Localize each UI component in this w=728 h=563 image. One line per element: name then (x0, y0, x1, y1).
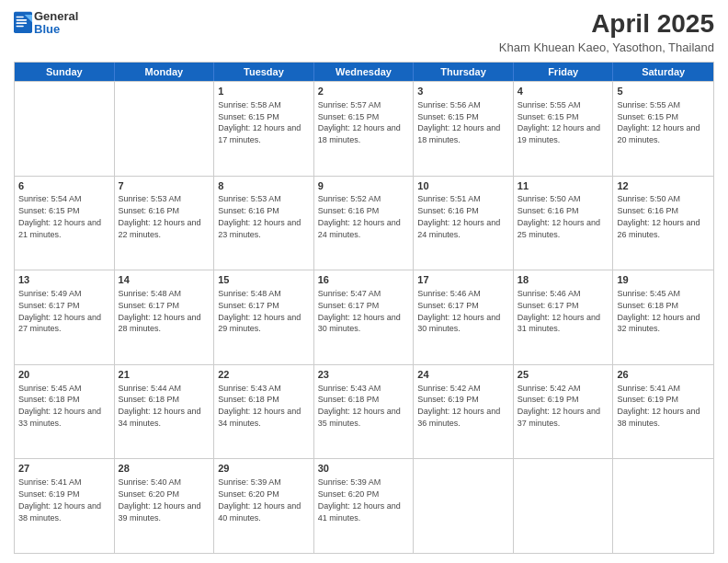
calendar-cell: 24Sunrise: 5:42 AM Sunset: 6:19 PM Dayli… (414, 365, 514, 459)
svg-rect-5 (17, 26, 24, 28)
cell-detail: Sunrise: 5:49 AM Sunset: 6:17 PM Dayligh… (18, 289, 101, 333)
cell-detail: Sunrise: 5:47 AM Sunset: 6:17 PM Dayligh… (318, 289, 401, 333)
day-number: 18 (518, 273, 609, 287)
day-number: 27 (18, 462, 110, 476)
cell-detail: Sunrise: 5:39 AM Sunset: 6:20 PM Dayligh… (218, 477, 301, 522)
calendar-cell: 11Sunrise: 5:50 AM Sunset: 6:16 PM Dayli… (514, 177, 614, 270)
weekday-header: Sunday (15, 63, 115, 81)
day-number: 24 (417, 368, 509, 382)
svg-rect-3 (17, 19, 28, 21)
calendar-cell: 29Sunrise: 5:39 AM Sunset: 6:20 PM Dayli… (214, 459, 314, 553)
cell-detail: Sunrise: 5:51 AM Sunset: 6:16 PM Dayligh… (417, 194, 500, 238)
day-number: 1 (218, 85, 310, 98)
day-number: 12 (617, 179, 710, 193)
cell-detail: Sunrise: 5:58 AM Sunset: 6:15 PM Dayligh… (218, 100, 301, 144)
cell-detail: Sunrise: 5:46 AM Sunset: 6:17 PM Dayligh… (518, 289, 600, 333)
weekday-header: Tuesday (214, 63, 314, 81)
calendar-cell: 15Sunrise: 5:48 AM Sunset: 6:17 PM Dayli… (214, 270, 314, 364)
calendar-cell: 8Sunrise: 5:53 AM Sunset: 6:16 PM Daylig… (214, 177, 314, 270)
calendar: SundayMondayTuesdayWednesdayThursdayFrid… (14, 62, 714, 554)
calendar-cell: 7Sunrise: 5:53 AM Sunset: 6:16 PM Daylig… (115, 177, 215, 270)
logo-icon (14, 11, 32, 37)
svg-rect-2 (17, 17, 24, 18)
day-number: 16 (318, 273, 410, 287)
weekday-header: Wednesday (314, 63, 415, 81)
cell-detail: Sunrise: 5:46 AM Sunset: 6:17 PM Dayligh… (417, 289, 500, 333)
cell-detail: Sunrise: 5:45 AM Sunset: 6:18 PM Dayligh… (617, 289, 700, 333)
day-number: 21 (119, 368, 210, 382)
day-number: 28 (119, 462, 210, 476)
cell-detail: Sunrise: 5:42 AM Sunset: 6:19 PM Dayligh… (417, 384, 500, 428)
calendar-cell (115, 82, 215, 176)
day-number: 11 (518, 179, 609, 193)
page-header: General Blue April 2025 Kham Khuean Kaeo… (14, 9, 714, 54)
day-number: 6 (18, 179, 110, 193)
calendar-cell: 17Sunrise: 5:46 AM Sunset: 6:17 PM Dayli… (414, 270, 514, 364)
day-number: 14 (119, 273, 210, 287)
day-number: 25 (518, 368, 609, 382)
cell-detail: Sunrise: 5:52 AM Sunset: 6:16 PM Dayligh… (318, 194, 401, 238)
cell-detail: Sunrise: 5:56 AM Sunset: 6:15 PM Dayligh… (417, 100, 500, 144)
calendar-cell: 26Sunrise: 5:41 AM Sunset: 6:19 PM Dayli… (613, 365, 713, 459)
calendar-body: 1Sunrise: 5:58 AM Sunset: 6:15 PM Daylig… (15, 81, 713, 553)
cell-detail: Sunrise: 5:44 AM Sunset: 6:18 PM Dayligh… (119, 384, 201, 428)
svg-rect-4 (17, 22, 28, 24)
day-number: 2 (318, 85, 410, 98)
calendar-cell: 9Sunrise: 5:52 AM Sunset: 6:16 PM Daylig… (314, 177, 415, 270)
cell-detail: Sunrise: 5:41 AM Sunset: 6:19 PM Dayligh… (617, 384, 700, 428)
day-number: 3 (417, 85, 509, 98)
calendar-row: 20Sunrise: 5:45 AM Sunset: 6:18 PM Dayli… (15, 364, 713, 459)
calendar-cell: 23Sunrise: 5:43 AM Sunset: 6:18 PM Dayli… (314, 365, 415, 459)
cell-detail: Sunrise: 5:45 AM Sunset: 6:18 PM Dayligh… (18, 384, 101, 428)
calendar-cell: 5Sunrise: 5:55 AM Sunset: 6:15 PM Daylig… (613, 82, 713, 176)
calendar-cell: 19Sunrise: 5:45 AM Sunset: 6:18 PM Dayli… (613, 270, 713, 364)
calendar-cell (414, 459, 514, 553)
calendar-cell: 30Sunrise: 5:39 AM Sunset: 6:20 PM Dayli… (314, 459, 415, 553)
calendar-cell (613, 459, 713, 553)
cell-detail: Sunrise: 5:40 AM Sunset: 6:20 PM Dayligh… (119, 477, 201, 522)
cell-detail: Sunrise: 5:53 AM Sunset: 6:16 PM Dayligh… (119, 194, 201, 238)
day-number: 30 (318, 462, 410, 476)
cell-detail: Sunrise: 5:55 AM Sunset: 6:15 PM Dayligh… (617, 100, 700, 144)
cell-detail: Sunrise: 5:41 AM Sunset: 6:19 PM Dayligh… (18, 477, 101, 522)
calendar-cell: 16Sunrise: 5:47 AM Sunset: 6:17 PM Dayli… (314, 270, 415, 364)
logo: General Blue (14, 9, 78, 37)
calendar-cell: 10Sunrise: 5:51 AM Sunset: 6:16 PM Dayli… (414, 177, 514, 270)
weekday-header: Monday (115, 63, 215, 81)
cell-detail: Sunrise: 5:48 AM Sunset: 6:17 PM Dayligh… (119, 289, 201, 333)
cell-detail: Sunrise: 5:53 AM Sunset: 6:16 PM Dayligh… (218, 194, 301, 238)
day-number: 5 (617, 85, 710, 98)
cell-detail: Sunrise: 5:42 AM Sunset: 6:19 PM Dayligh… (518, 384, 600, 428)
calendar-row: 6Sunrise: 5:54 AM Sunset: 6:15 PM Daylig… (15, 176, 713, 270)
calendar-header: SundayMondayTuesdayWednesdayThursdayFrid… (15, 63, 713, 81)
calendar-cell: 6Sunrise: 5:54 AM Sunset: 6:15 PM Daylig… (15, 177, 115, 270)
calendar-row: 13Sunrise: 5:49 AM Sunset: 6:17 PM Dayli… (15, 270, 713, 364)
cell-detail: Sunrise: 5:50 AM Sunset: 6:16 PM Dayligh… (518, 194, 600, 238)
main-title: April 2025 (499, 9, 714, 39)
calendar-cell: 25Sunrise: 5:42 AM Sunset: 6:19 PM Dayli… (514, 365, 614, 459)
weekday-header: Friday (514, 63, 614, 81)
day-number: 13 (18, 273, 110, 287)
calendar-row: 1Sunrise: 5:58 AM Sunset: 6:15 PM Daylig… (15, 81, 713, 176)
calendar-cell: 4Sunrise: 5:55 AM Sunset: 6:15 PM Daylig… (514, 82, 614, 176)
day-number: 26 (617, 368, 710, 382)
calendar-cell: 2Sunrise: 5:57 AM Sunset: 6:15 PM Daylig… (314, 82, 415, 176)
day-number: 17 (417, 273, 509, 287)
cell-detail: Sunrise: 5:39 AM Sunset: 6:20 PM Dayligh… (318, 477, 401, 522)
calendar-row: 27Sunrise: 5:41 AM Sunset: 6:19 PM Dayli… (15, 458, 713, 553)
cell-detail: Sunrise: 5:43 AM Sunset: 6:18 PM Dayligh… (218, 384, 301, 428)
day-number: 9 (318, 179, 410, 193)
logo-blue-text: Blue (34, 23, 78, 36)
calendar-cell: 14Sunrise: 5:48 AM Sunset: 6:17 PM Dayli… (115, 270, 215, 364)
weekday-header: Saturday (613, 63, 713, 81)
weekday-header: Thursday (414, 63, 514, 81)
cell-detail: Sunrise: 5:55 AM Sunset: 6:15 PM Dayligh… (518, 100, 600, 144)
calendar-cell: 22Sunrise: 5:43 AM Sunset: 6:18 PM Dayli… (214, 365, 314, 459)
calendar-cell: 3Sunrise: 5:56 AM Sunset: 6:15 PM Daylig… (414, 82, 514, 176)
day-number: 23 (318, 368, 410, 382)
cell-detail: Sunrise: 5:50 AM Sunset: 6:16 PM Dayligh… (617, 194, 700, 238)
cell-detail: Sunrise: 5:57 AM Sunset: 6:15 PM Dayligh… (318, 100, 401, 144)
title-block: April 2025 Kham Khuean Kaeo, Yasothon, T… (499, 9, 714, 54)
cell-detail: Sunrise: 5:54 AM Sunset: 6:15 PM Dayligh… (18, 194, 101, 238)
subtitle: Kham Khuean Kaeo, Yasothon, Thailand (499, 40, 714, 54)
